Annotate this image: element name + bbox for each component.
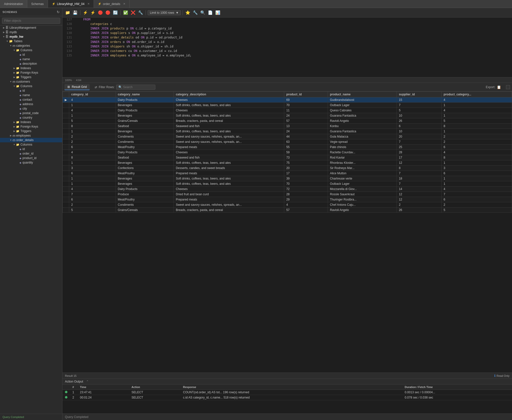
action-output-header[interactable]: Action Output ⌃ xyxy=(62,379,512,385)
table-row[interactable]: 6Meat/PoultryPrepared meats17Alice Mutto… xyxy=(63,171,512,176)
col-header-category-id[interactable]: category_id xyxy=(69,92,116,97)
tree-item-od-col-quantity[interactable]: ◆ quantity xyxy=(0,160,62,165)
sidebar-refresh-button[interactable]: ↻ xyxy=(57,10,60,14)
tree-label-cust-col-country: country xyxy=(22,116,32,119)
tree-item-od-columns[interactable]: ▼ 📁 Columns xyxy=(0,142,62,147)
code-editor[interactable]: 127 FROM 128 categories c 129 INNER JOIN… xyxy=(62,17,512,77)
tree-item-cust-triggers[interactable]: ▶ 📁 Triggers xyxy=(0,129,62,133)
bookmark-button[interactable]: ⭐ xyxy=(185,9,191,16)
col-header-product-category[interactable]: product_category... xyxy=(442,92,512,97)
tree-item-customers[interactable]: ▼ 🗃 customers xyxy=(0,79,62,84)
col-header-category-name[interactable]: category_name xyxy=(116,92,174,97)
table-row[interactable]: 1BeveragesSoft drinks, coffees, teas, be… xyxy=(63,160,512,166)
find-button[interactable]: 🔍 xyxy=(200,9,206,16)
tree-label-cust-col-city: city xyxy=(22,107,27,110)
execute-button[interactable]: ⚡ xyxy=(82,9,89,16)
table-row[interactable]: 6Meat/PoultryPrepared meats29Thuringer R… xyxy=(63,197,512,202)
tree-item-categories[interactable]: ▼ 🗃 categories xyxy=(0,43,62,48)
tree-item-employees[interactable]: ▶ 🗃 employees xyxy=(0,133,62,138)
table-cell: 20 xyxy=(284,166,328,171)
table-cell: 28 xyxy=(397,150,441,155)
tab-librarymng[interactable]: ⚡ LibraryMngt_HW_04 ✕ xyxy=(48,0,94,8)
librarymng-tab-close-icon[interactable]: ✕ xyxy=(87,2,90,5)
tree-item-cust-fk[interactable]: ▶ 📁 Foreign Keys xyxy=(0,124,62,129)
table-row[interactable]: 2CondimentsSweet and savory sauces, reli… xyxy=(63,139,512,145)
tree-item-cat-col-desc[interactable]: ◆ description xyxy=(0,61,62,66)
execute-current-button[interactable]: ⚡ xyxy=(90,9,96,16)
table-row[interactable]: 1BeveragesSoft drinks, coffees, teas, be… xyxy=(63,103,512,108)
col-header-product-name[interactable]: product_name xyxy=(328,92,397,97)
tree-item-cust-columns[interactable]: ▼ 📁 Columns xyxy=(0,84,62,88)
tree-item-cat-columns[interactable]: ▼ 📁 Columns xyxy=(0,48,62,52)
table-row[interactable]: 4Dairy ProductsCheeses11Queso Cabrales54 xyxy=(63,108,512,113)
tree-item-od-col-id[interactable]: ◆ id xyxy=(0,147,62,151)
tab-order-details[interactable]: ⚡ order_details ✕ xyxy=(94,0,130,8)
stop-all-button[interactable]: 🔴 xyxy=(105,9,111,16)
tree-item-order-details[interactable]: ▼ 🗃 order_details xyxy=(0,138,62,142)
table-row[interactable]: 8SeafoodSeaweed and fish73Rod Kaviar178 xyxy=(63,155,512,160)
tree-item-cat-triggers[interactable]: ▶ 📁 Triggers xyxy=(0,75,62,79)
table-row[interactable]: 1BeveragesSoft drinks, coffees, teas, be… xyxy=(63,113,512,118)
order-details-tab-close-icon[interactable]: ✕ xyxy=(123,2,125,5)
readonly-icon: ℹ xyxy=(494,374,496,378)
tree-item-cust-col-id[interactable]: ◆ id xyxy=(0,88,62,93)
row-indicator xyxy=(63,139,69,145)
limit-rows-select[interactable]: Limit to 1000 rows ▼ xyxy=(148,10,181,15)
rollback-button[interactable]: ❌ xyxy=(130,9,136,16)
table-row[interactable]: 1BeveragesSoft drinks, coffees, teas, be… xyxy=(63,181,512,187)
tree-item-od-col-order-id[interactable]: ◆ order_id xyxy=(0,151,62,156)
tree-item-cust-col-name[interactable]: ◆ name xyxy=(0,93,62,97)
tree-item-cust-col-contact[interactable]: ◆ contact xyxy=(0,97,62,102)
table-row[interactable]: 8SeafoodSeaweed and fish13Konbu68 xyxy=(63,124,512,129)
wrap-toggle-button[interactable] xyxy=(506,85,510,89)
beautify-button[interactable]: 🔧 xyxy=(192,9,199,16)
tree-item-cat-fk[interactable]: ▶ 📁 Foreign Keys xyxy=(0,70,62,75)
tree-item-cust-col-city[interactable]: ◆ city xyxy=(0,106,62,111)
table-row[interactable]: 2CondimentsSweet and savory sauces, reli… xyxy=(63,134,512,139)
tree-item-tables[interactable]: ▼ 📁 Tables xyxy=(0,39,62,43)
table-row[interactable]: 3ConfectionsDesserts, candies, and sweet… xyxy=(63,166,512,171)
refresh-button[interactable]: 🔄 xyxy=(112,9,119,16)
tree-item-cust-col-postal[interactable]: ◆ postal_code xyxy=(0,111,62,115)
snippet-button[interactable]: 📄 xyxy=(207,9,214,16)
table-row[interactable]: ▶4Dairy ProductsCheeses69Gudbrandsdalsos… xyxy=(63,97,512,103)
table-row[interactable]: 7ProduceDried fruit and bean curd28Rossl… xyxy=(63,192,512,197)
tree-item-od-col-product-id[interactable]: ◆ product_id xyxy=(0,156,62,160)
table-row[interactable]: 5Grains/CerealsBreads, crackers, pasta, … xyxy=(63,118,512,124)
settings-button[interactable]: 🔧 xyxy=(137,9,144,16)
table-row[interactable]: 4Dairy ProductsCheeses72Mozzarella di Gi… xyxy=(63,187,512,192)
tree-item-cat-col-name[interactable]: ◆ name xyxy=(0,57,62,61)
tree-item-cust-indexes[interactable]: ▶ 📁 Indexes xyxy=(0,120,62,124)
table-cell: 4 xyxy=(442,97,512,103)
tab-schemas[interactable]: Schemas xyxy=(27,0,48,8)
table-row[interactable]: 5Grains/CerealsBreads, crackers, pasta, … xyxy=(63,208,512,213)
table-row[interactable]: 6Meat/PoultryPrepared meats55Pate chinoi… xyxy=(63,145,512,150)
table-row[interactable]: 1BeveragesSoft drinks, coffees, teas, be… xyxy=(63,129,512,134)
stop-button[interactable]: 🔴 xyxy=(97,9,104,16)
open-file-button[interactable]: 📁 xyxy=(64,9,71,16)
commit-button[interactable]: ✅ xyxy=(122,9,129,16)
data-grid[interactable]: category_id category_name category_descr… xyxy=(62,91,512,373)
col-header-category-description[interactable]: category_description xyxy=(174,92,284,97)
col-header-product-id[interactable]: product_id xyxy=(284,92,328,97)
result-search-input[interactable] xyxy=(123,85,153,89)
result-grid-tab[interactable]: ⊞ Result Grid xyxy=(64,84,90,90)
tree-item-librarymgmt[interactable]: ▶ 🗄 LibraryManagement xyxy=(0,25,62,30)
tree-item-cat-indexes[interactable]: ▶ 📁 Indexes xyxy=(0,66,62,70)
table-row[interactable]: 4Dairy ProductsCheeses59Raclette Courdav… xyxy=(63,150,512,155)
tree-label-od-columns: Columns xyxy=(20,143,32,146)
tree-item-cust-col-country[interactable]: ◆ country xyxy=(0,115,62,120)
chart-button[interactable]: 📊 xyxy=(215,9,221,16)
col-header-supplier-id[interactable]: supplier_id xyxy=(397,92,441,97)
export-button[interactable]: 📋 xyxy=(497,85,501,89)
table-row[interactable]: 2CondimentsSweet and savory sauces, reli… xyxy=(63,202,512,208)
table-row[interactable]: 1BeveragesSoft drinks, coffees, teas, be… xyxy=(63,176,512,181)
table-cell: Cheeses xyxy=(174,97,284,103)
sidebar-search-input[interactable] xyxy=(2,18,60,24)
save-button[interactable]: 💾 xyxy=(72,9,78,16)
tree-item-mydb-hw[interactable]: ▼ 🗄 mydb_hw xyxy=(0,34,62,39)
tree-item-mydb[interactable]: ▶ 🗄 mydb xyxy=(0,30,62,34)
tree-item-cust-col-address[interactable]: ◆ address xyxy=(0,102,62,106)
tree-item-cat-col-id[interactable]: ◆ id xyxy=(0,52,62,57)
tab-administration[interactable]: Administration xyxy=(0,0,27,8)
